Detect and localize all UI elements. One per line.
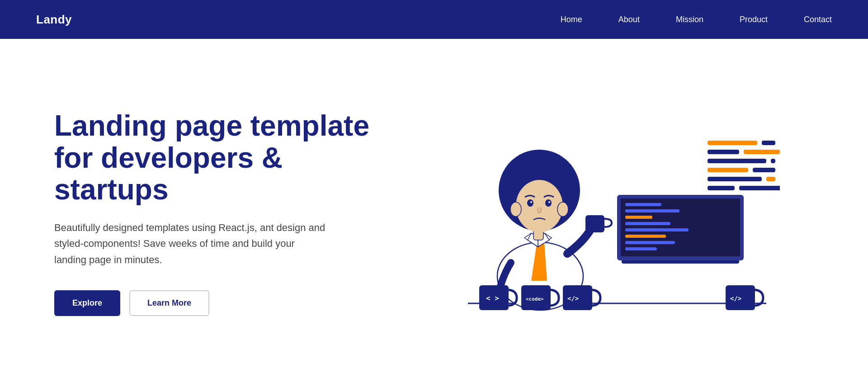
svg-rect-15 <box>744 150 780 154</box>
svg-rect-7 <box>625 222 670 225</box>
nav-item-product[interactable]: Product <box>740 15 768 24</box>
svg-rect-9 <box>625 235 666 238</box>
svg-rect-18 <box>708 168 748 172</box>
svg-point-33 <box>527 199 533 207</box>
svg-point-38 <box>557 202 568 217</box>
svg-rect-8 <box>625 228 689 231</box>
svg-text:</>: </> <box>730 295 741 302</box>
explore-button[interactable]: Explore <box>54 290 120 316</box>
svg-rect-10 <box>625 241 675 244</box>
navbar: Landy Home About Mission Product Contact <box>0 0 868 39</box>
nav-link-contact[interactable]: Contact <box>804 15 832 24</box>
svg-text:</>: </> <box>567 295 579 302</box>
svg-point-35 <box>545 199 552 207</box>
nav-link-home[interactable]: Home <box>561 15 582 24</box>
svg-point-34 <box>530 201 532 203</box>
svg-rect-23 <box>739 186 780 190</box>
svg-point-32 <box>516 180 563 232</box>
svg-rect-20 <box>708 177 762 181</box>
nav-logo[interactable]: Landy <box>36 13 72 27</box>
nav-item-contact[interactable]: Contact <box>804 15 832 24</box>
svg-point-36 <box>548 201 550 203</box>
svg-point-37 <box>510 202 521 217</box>
hero-title: Landing page template for developers & s… <box>54 110 371 205</box>
nav-link-about[interactable]: About <box>618 15 640 24</box>
svg-rect-6 <box>625 216 652 219</box>
nav-links: Home About Mission Product Contact <box>561 15 832 24</box>
svg-rect-11 <box>625 247 657 250</box>
hero-buttons: Explore Learn More <box>54 290 371 316</box>
svg-rect-5 <box>625 209 679 212</box>
svg-rect-29 <box>585 215 604 232</box>
nav-item-home[interactable]: Home <box>561 15 582 24</box>
svg-rect-16 <box>708 159 766 163</box>
developer-illustration: < > <code> </> </> <box>441 86 780 340</box>
nav-item-mission[interactable]: Mission <box>676 15 703 24</box>
svg-rect-19 <box>753 168 775 172</box>
nav-link-mission[interactable]: Mission <box>676 15 703 24</box>
svg-rect-22 <box>708 186 735 190</box>
hero-section: Landing page template for developers & s… <box>0 39 868 387</box>
svg-text:<code>: <code> <box>526 296 544 302</box>
nav-item-about[interactable]: About <box>618 15 640 24</box>
svg-rect-17 <box>771 159 775 163</box>
hero-subtitle: Beautifully designed templates using Rea… <box>54 220 326 268</box>
svg-rect-12 <box>708 141 757 145</box>
svg-rect-14 <box>708 150 739 154</box>
hero-content: Landing page template for developers & s… <box>54 110 371 316</box>
svg-rect-21 <box>766 177 775 181</box>
svg-rect-13 <box>762 141 775 145</box>
svg-rect-4 <box>625 203 661 206</box>
nav-link-product[interactable]: Product <box>740 15 768 24</box>
learn-more-button[interactable]: Learn More <box>129 290 209 316</box>
svg-text:< >: < > <box>486 294 499 302</box>
hero-illustration: < > <code> </> </> <box>407 86 814 340</box>
